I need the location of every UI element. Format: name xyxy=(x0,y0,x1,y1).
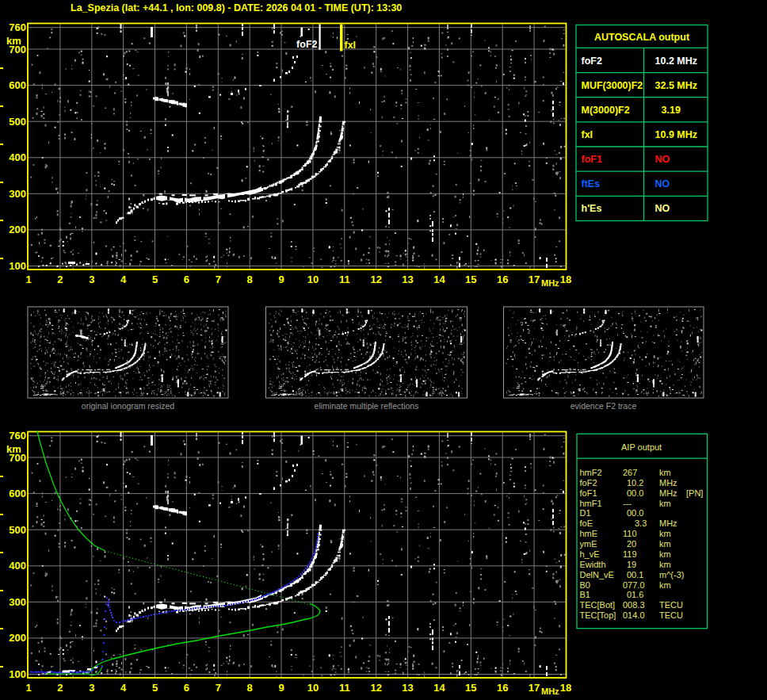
svg-text:200: 200 xyxy=(9,632,26,644)
svg-text:MHz: MHz xyxy=(659,478,677,488)
svg-text:267: 267 xyxy=(623,468,637,477)
svg-text:5: 5 xyxy=(152,682,158,694)
svg-text:700: 700 xyxy=(9,452,26,464)
svg-text:20: 20 xyxy=(627,539,636,549)
svg-text:hmE: hmE xyxy=(580,529,598,538)
svg-text:500: 500 xyxy=(9,116,26,128)
svg-text:10.2 MHz: 10.2 MHz xyxy=(655,55,698,67)
svg-text:9: 9 xyxy=(278,273,284,285)
svg-text:foF2: foF2 xyxy=(582,55,602,67)
svg-text:32.5 MHz: 32.5 MHz xyxy=(655,80,698,91)
svg-text:10.2: 10.2 xyxy=(627,478,643,488)
svg-text:13: 13 xyxy=(402,682,413,694)
svg-text:700: 700 xyxy=(9,44,26,55)
svg-text:6: 6 xyxy=(184,273,189,285)
svg-text:km: km xyxy=(659,499,671,508)
svg-text:4: 4 xyxy=(120,682,127,694)
svg-text:6: 6 xyxy=(184,682,189,694)
svg-text:14: 14 xyxy=(433,273,445,285)
svg-text:B1: B1 xyxy=(580,590,590,599)
svg-text:3: 3 xyxy=(89,273,94,285)
svg-text:D1: D1 xyxy=(580,508,591,518)
svg-text:km: km xyxy=(659,529,671,538)
svg-text:3.19: 3.19 xyxy=(662,105,681,116)
svg-text:400: 400 xyxy=(9,151,26,163)
svg-text:11: 11 xyxy=(339,273,350,285)
svg-text:8: 8 xyxy=(247,682,253,694)
svg-text:5: 5 xyxy=(152,273,158,285)
svg-text:fxI: fxI xyxy=(582,129,593,140)
svg-text:B0: B0 xyxy=(580,580,590,590)
svg-text:14: 14 xyxy=(433,682,445,694)
svg-text:AIP output: AIP output xyxy=(621,442,662,452)
svg-text:00.1: 00.1 xyxy=(627,570,643,580)
svg-text:12: 12 xyxy=(370,682,381,694)
svg-text:M(3000)F2: M(3000)F2 xyxy=(582,105,630,116)
svg-text:15: 15 xyxy=(465,273,476,285)
svg-text:2: 2 xyxy=(57,273,63,285)
svg-text:18: 18 xyxy=(560,682,571,694)
svg-text:3.3: 3.3 xyxy=(635,518,647,528)
svg-text:TEC[Bot]: TEC[Bot] xyxy=(580,600,616,610)
svg-text:11: 11 xyxy=(339,682,350,694)
svg-text:100: 100 xyxy=(9,260,26,272)
svg-text:119: 119 xyxy=(623,549,637,559)
svg-text:1: 1 xyxy=(25,273,31,285)
svg-text:h_vE: h_vE xyxy=(580,549,600,559)
svg-text:200: 200 xyxy=(9,224,26,235)
svg-text:foF1: foF1 xyxy=(580,488,597,498)
svg-text:km: km xyxy=(659,468,671,477)
svg-text:eliminate multiple reflections: eliminate multiple reflections xyxy=(315,401,419,411)
svg-text:MHz: MHz xyxy=(541,278,559,288)
svg-text:MHz: MHz xyxy=(659,518,677,528)
svg-text:MHz: MHz xyxy=(541,687,559,696)
svg-text:760: 760 xyxy=(9,430,26,442)
svg-text:014.0: 014.0 xyxy=(623,610,645,620)
svg-text:km: km xyxy=(659,560,671,569)
svg-text:00.0: 00.0 xyxy=(627,488,643,498)
svg-text:300: 300 xyxy=(9,596,26,608)
svg-text:km: km xyxy=(659,549,671,559)
svg-text:Ewidth: Ewidth xyxy=(580,560,606,569)
svg-text:1: 1 xyxy=(25,682,31,694)
svg-text:km: km xyxy=(659,539,671,549)
svg-text:7: 7 xyxy=(216,682,221,694)
svg-text:19: 19 xyxy=(627,560,636,569)
svg-text:100: 100 xyxy=(9,668,26,680)
svg-text:ymE: ymE xyxy=(580,539,597,549)
svg-text:TECU: TECU xyxy=(659,610,683,620)
svg-text:16: 16 xyxy=(497,682,508,694)
svg-text:600: 600 xyxy=(9,79,26,91)
svg-text:foF2: foF2 xyxy=(296,39,317,50)
svg-text:evidence F2 trace: evidence F2 trace xyxy=(570,401,637,411)
svg-text:fxI: fxI xyxy=(345,40,357,51)
svg-text:TEC[Top]: TEC[Top] xyxy=(580,610,616,620)
svg-text:4: 4 xyxy=(120,273,127,285)
svg-text:foE: foE xyxy=(580,518,593,528)
svg-text:AUTOSCALA output: AUTOSCALA output xyxy=(594,32,690,43)
svg-text:17: 17 xyxy=(529,682,540,694)
svg-text:[PN]: [PN] xyxy=(686,488,703,498)
svg-text:8: 8 xyxy=(247,273,253,285)
svg-text:18: 18 xyxy=(560,273,571,285)
svg-text:9: 9 xyxy=(278,682,284,694)
svg-text:m^(-3): m^(-3) xyxy=(659,570,684,580)
svg-text:hmF1: hmF1 xyxy=(580,499,602,508)
svg-text:10: 10 xyxy=(307,682,319,694)
svg-text:01.6: 01.6 xyxy=(627,590,643,599)
svg-text:7: 7 xyxy=(216,273,221,285)
svg-text:3: 3 xyxy=(89,682,94,694)
svg-text:400: 400 xyxy=(9,560,26,572)
svg-text:17: 17 xyxy=(529,273,540,285)
svg-text:15: 15 xyxy=(465,682,476,694)
svg-text:077.0: 077.0 xyxy=(623,580,645,590)
svg-text:500: 500 xyxy=(9,524,26,536)
svg-text:10: 10 xyxy=(307,273,319,285)
svg-text:10.9 MHz: 10.9 MHz xyxy=(655,129,698,140)
svg-text:12: 12 xyxy=(370,273,381,285)
svg-text:TECU: TECU xyxy=(659,600,683,610)
svg-text:foF2: foF2 xyxy=(580,478,597,488)
svg-text:NO: NO xyxy=(655,178,670,189)
svg-text:h'Es: h'Es xyxy=(582,203,602,214)
svg-text:hmF2: hmF2 xyxy=(580,468,602,477)
